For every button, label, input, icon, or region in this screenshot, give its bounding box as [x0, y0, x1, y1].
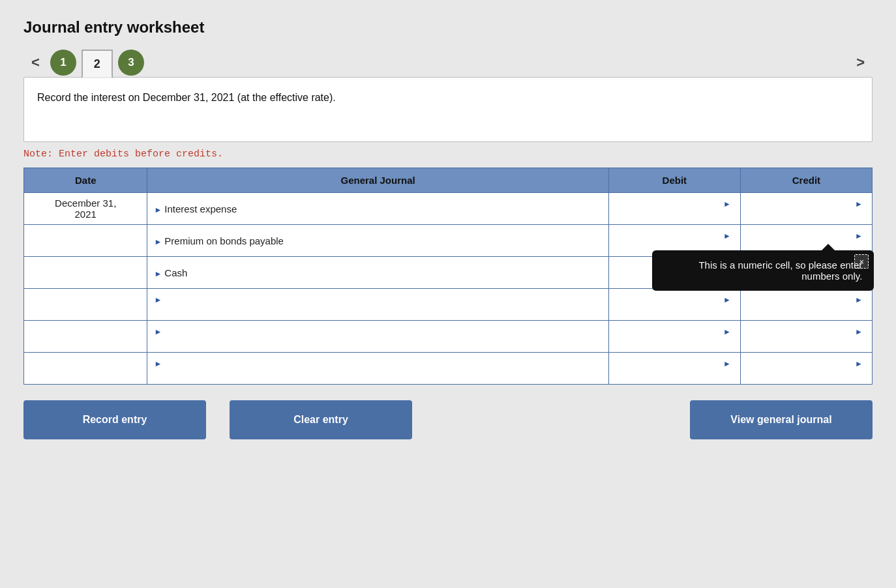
- journal-table: Date General Journal Debit Credit Decemb…: [23, 168, 873, 385]
- instruction-box: Record the interest on December 31, 2021…: [23, 77, 873, 142]
- credit-input-1[interactable]: [747, 209, 865, 220]
- blue-arrow-icon: ►: [855, 263, 863, 272]
- cell-debit-1[interactable]: ►: [608, 193, 740, 225]
- blue-arrow-icon: ►: [154, 237, 162, 246]
- cell-debit-6[interactable]: ►: [608, 353, 740, 385]
- cell-date-5: [24, 321, 147, 353]
- cell-credit-4[interactable]: ►: [740, 289, 872, 321]
- tabs-row: < 1 2 3 >: [23, 48, 873, 77]
- blue-arrow-icon: ►: [154, 359, 162, 368]
- blue-arrow-icon: ►: [723, 327, 731, 336]
- credit-input-3[interactable]: [747, 272, 865, 284]
- cell-credit-5[interactable]: ►: [740, 321, 872, 353]
- blue-arrow-icon: ►: [855, 327, 863, 336]
- blue-arrow-icon: ►: [723, 295, 731, 304]
- credit-input-2[interactable]: [747, 241, 865, 252]
- cell-journal-3: ►Cash: [147, 257, 608, 289]
- page-title: Journal entry worksheet: [23, 18, 873, 37]
- journal-input-6[interactable]: [154, 368, 601, 379]
- blue-arrow-icon: ►: [723, 231, 731, 241]
- table-row: ► ► ►: [24, 321, 873, 353]
- blue-arrow-icon: ►: [855, 295, 863, 304]
- blue-arrow-icon: ►: [154, 269, 162, 278]
- instruction-text: Record the interest on December 31, 2021…: [37, 92, 336, 103]
- cell-credit-2[interactable]: ►: [740, 225, 872, 257]
- view-general-journal-button[interactable]: View general journal: [690, 400, 873, 439]
- journal-input-4[interactable]: [154, 304, 601, 316]
- blue-arrow-icon: ►: [154, 295, 162, 304]
- debit-input-4[interactable]: [616, 304, 734, 316]
- cell-credit-6[interactable]: ►: [740, 353, 872, 385]
- cell-credit-3[interactable]: ►: [740, 257, 872, 289]
- blue-arrow-icon: ►: [154, 327, 162, 336]
- table-row: ►Cash ► × This is a numeric cell, so ple…: [24, 257, 873, 289]
- blue-arrow-icon: ►: [723, 263, 731, 272]
- clear-entry-button[interactable]: Clear entry: [230, 400, 412, 439]
- debit-input-2[interactable]: [616, 241, 734, 252]
- blue-arrow-icon: ►: [855, 231, 863, 241]
- cell-journal-4[interactable]: ►: [147, 289, 608, 321]
- journal-input-5[interactable]: [154, 336, 601, 347]
- credit-input-5[interactable]: [747, 336, 865, 347]
- tab-3[interactable]: 3: [118, 50, 144, 76]
- debit-input-1[interactable]: [616, 209, 734, 220]
- header-general-journal: General Journal: [147, 168, 608, 193]
- note-text: Note: Enter debits before credits.: [23, 149, 873, 160]
- credit-input-4[interactable]: [747, 304, 865, 316]
- blue-arrow-icon: ►: [855, 199, 863, 209]
- cell-journal-5[interactable]: ►: [147, 321, 608, 353]
- cell-date-3: [24, 257, 147, 289]
- table-row: ► ► ►: [24, 289, 873, 321]
- record-entry-button[interactable]: Record entry: [23, 400, 206, 439]
- next-arrow[interactable]: >: [848, 54, 873, 71]
- debit-input-6[interactable]: [616, 368, 734, 379]
- blue-arrow-icon: ►: [154, 205, 162, 214]
- cell-debit-2[interactable]: ►: [608, 225, 740, 257]
- tab-1[interactable]: 1: [50, 50, 76, 76]
- prev-arrow[interactable]: <: [23, 54, 48, 71]
- cell-date-1: December 31,2021: [24, 193, 147, 225]
- cell-date-2: [24, 225, 147, 257]
- debit-input-5[interactable]: [616, 336, 734, 347]
- credit-input-6[interactable]: [747, 368, 865, 379]
- blue-arrow-icon: ►: [723, 359, 731, 368]
- table-row: December 31,2021 ►Interest expense ► ►: [24, 193, 873, 225]
- cell-credit-1[interactable]: ►: [740, 193, 872, 225]
- cell-date-6: [24, 353, 147, 385]
- cell-debit-5[interactable]: ►: [608, 321, 740, 353]
- header-date: Date: [24, 168, 147, 193]
- cell-debit-4[interactable]: ►: [608, 289, 740, 321]
- cell-journal-2: ►Premium on bonds payable: [147, 225, 608, 257]
- buttons-row: Record entry Clear entry View general jo…: [23, 400, 873, 439]
- header-debit: Debit: [608, 168, 740, 193]
- cell-journal-6[interactable]: ►: [147, 353, 608, 385]
- cell-debit-3[interactable]: ► × This is a numeric cell, so please en…: [608, 257, 740, 289]
- blue-arrow-icon: ►: [855, 359, 863, 368]
- debit-input-3[interactable]: [616, 272, 734, 284]
- blue-arrow-icon: ►: [723, 199, 731, 209]
- tab-2-active[interactable]: 2: [82, 50, 113, 78]
- cell-journal-1: ►Interest expense: [147, 193, 608, 225]
- cell-date-4: [24, 289, 147, 321]
- table-row: ► ► ►: [24, 353, 873, 385]
- table-row: ►Premium on bonds payable ► ►: [24, 225, 873, 257]
- header-credit: Credit: [740, 168, 872, 193]
